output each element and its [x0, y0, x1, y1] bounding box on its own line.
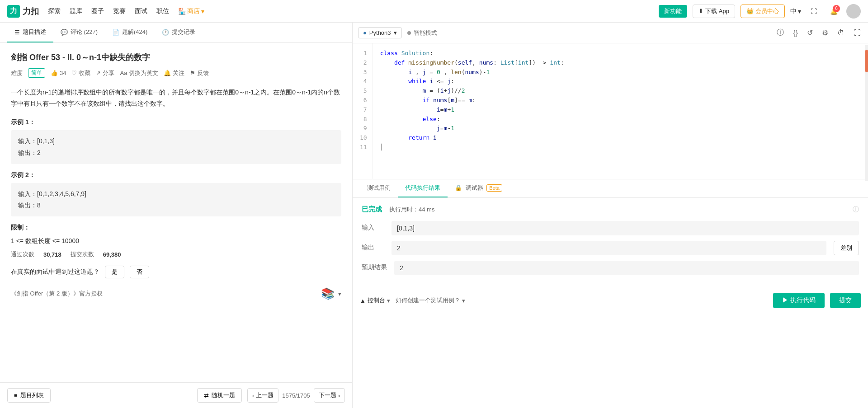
nav-contest[interactable]: 竞赛: [113, 5, 126, 17]
output-value: 2: [392, 241, 826, 255]
editor-tools: ⓘ {} ↺ ⚙ ⏱ ⛶: [775, 26, 863, 39]
share-action[interactable]: ↗ 分享: [96, 69, 114, 77]
yes-button[interactable]: 是: [105, 266, 124, 278]
no-button[interactable]: 否: [130, 266, 149, 278]
limit-title: 限制：: [11, 224, 341, 232]
tab-submissions[interactable]: 🕐 提交记录: [155, 23, 203, 42]
code-editor[interactable]: 1 2 3 4 5 6 7 8 9 10 11 class Solution: …: [353, 43, 868, 179]
python-icon: ●: [363, 29, 367, 36]
code-text[interactable]: class Solution: def missingNumber(self, …: [373, 43, 868, 179]
nav-circle[interactable]: 圈子: [91, 5, 104, 17]
problem-description: 一个长度为n-1的递增排序数组中的所有数字都是唯一的，并且每个数字都在范围0～n…: [11, 87, 341, 109]
random-icon: ⇄: [204, 392, 209, 399]
expected-label: 预期结果: [362, 261, 387, 272]
switch-lang-action[interactable]: Aa 切换为英文: [120, 69, 158, 77]
diff-button[interactable]: 差别: [834, 241, 859, 255]
right-panel: ● Python3 ▾ 智能模式 ⓘ {} ↺ ⚙ ⏱ ⛶ 1 2: [353, 23, 868, 408]
result-area: 已完成 执行用时：44 ms ⓘ 输入 [0,1,3] 输出 2 差别 预期结果…: [353, 198, 868, 288]
notification-button[interactable]: 🔔 6: [826, 4, 841, 19]
input-label: 输入: [362, 221, 384, 232]
next-problem-button[interactable]: 下一题 ›: [314, 388, 345, 403]
prev-problem-button[interactable]: ‹ 上一题: [247, 388, 278, 403]
input-row: 输入 [0,1,3]: [362, 221, 859, 235]
download-app-button[interactable]: ⬇ 下载 App: [693, 5, 735, 18]
how-to-button[interactable]: 如何创建一个测试用例？ ▾: [396, 296, 465, 305]
console-button[interactable]: ▲ 控制台 ▾: [360, 296, 390, 305]
lang-chevron-icon: ▾: [798, 8, 801, 15]
random-problem-button[interactable]: ⇄ 随机一题: [197, 388, 242, 403]
undo-button[interactable]: ↺: [805, 27, 815, 39]
collect-action[interactable]: ♡ 收藏: [71, 69, 90, 77]
expand-icon[interactable]: ▾: [338, 291, 341, 297]
fullscreen-icon: ⛶: [811, 8, 817, 15]
console-chevron-icon: ▾: [387, 297, 390, 304]
beta-badge: Beta: [486, 184, 502, 192]
output-row: 输出 2 差别: [362, 241, 859, 255]
line-numbers: 1 2 3 4 5 6 7 8 9 10 11: [353, 43, 373, 179]
submit-button[interactable]: 提交: [830, 293, 861, 308]
user-avatar[interactable]: [846, 4, 861, 19]
tab-solutions[interactable]: 📄 题解(424): [105, 23, 155, 42]
console-icon: ▲: [360, 297, 366, 304]
limit-text: 1 <= 数组长度 <= 10000: [11, 235, 341, 247]
result-info-icon[interactable]: ⓘ: [853, 206, 859, 214]
language-selector[interactable]: ● Python3 ▾: [358, 27, 402, 38]
tab-description[interactable]: ☰ 题目描述: [7, 23, 53, 42]
interview-question: 在真实的面试中遇到过这道题？: [11, 268, 99, 276]
logo-icon: 力: [7, 5, 20, 18]
logo-text: 力扣: [23, 6, 39, 17]
ai-dot-icon: [407, 31, 411, 35]
editor-scrollbar[interactable]: [865, 45, 868, 181]
vip-center-button[interactable]: 👑 会员中心: [741, 5, 785, 18]
language-selector[interactable]: 中 ▾: [790, 7, 801, 15]
settings-button[interactable]: ⚙: [820, 27, 830, 39]
follow-action[interactable]: 🔔 关注: [164, 69, 184, 77]
new-feature-button[interactable]: 新功能: [659, 5, 687, 18]
difficulty-badge: 简单: [28, 68, 45, 78]
tab-test-case[interactable]: 测试用例: [360, 179, 398, 197]
editor-scroll-thumb: [865, 50, 868, 72]
lang-chevron-icon: ▾: [394, 29, 397, 36]
nav-interview[interactable]: 面试: [135, 5, 147, 17]
timer-button[interactable]: ⏱: [835, 27, 846, 39]
fullscreen-button[interactable]: ⛶: [807, 4, 821, 19]
info-button[interactable]: ⓘ: [775, 26, 786, 39]
heart-icon: ♡: [71, 70, 77, 76]
main-layout: ☰ 题目描述 💬 评论 (227) 📄 题解(424) 🕐 提交记录 剑指 Of…: [0, 23, 868, 408]
format-button[interactable]: {}: [791, 27, 800, 39]
fullscreen-editor-button[interactable]: ⛶: [852, 27, 863, 39]
feedback-action[interactable]: ⚑ 反馈: [190, 69, 209, 77]
input-value: [0,1,3]: [392, 221, 859, 235]
result-panel: 测试用例 代码执行结果 🔒 调试器 Beta 已完成 执行用时：44 ms ⓘ …: [353, 179, 868, 313]
chevron-right-icon: ›: [338, 392, 340, 399]
logo[interactable]: 力 力扣: [7, 5, 39, 18]
example1-input: 输入：[0,1,3]: [18, 136, 334, 147]
bell-small-icon: 🔔: [164, 70, 171, 76]
example2-input: 输入：[0,1,2,3,4,5,6,7,9]: [18, 188, 334, 200]
run-code-button[interactable]: ▶ 执行代码: [773, 293, 825, 308]
like-action[interactable]: 👍 34: [51, 70, 66, 76]
list-icon: ≡: [14, 392, 18, 399]
description-icon: ☰: [14, 29, 20, 36]
nav-job[interactable]: 职位: [156, 5, 169, 17]
nav-problems[interactable]: 题库: [70, 5, 82, 17]
stats-row: 通过次数 30,718 提交次数 69,380: [11, 250, 341, 258]
nav-store[interactable]: 🏪 商店 ▾: [178, 7, 204, 15]
comment-icon: 💬: [61, 29, 68, 36]
difficulty-label: 难度: [11, 69, 23, 77]
nav-explore[interactable]: 探索: [48, 5, 61, 17]
expected-row: 预期结果 2: [362, 261, 859, 275]
tab-comments[interactable]: 💬 评论 (227): [53, 23, 105, 42]
result-header: 已完成 执行用时：44 ms ⓘ: [362, 205, 859, 214]
tab-debugger[interactable]: 🔒 调试器 Beta: [448, 179, 509, 197]
publisher-row: 《剑指 Offer（第 2 版）》官方授权 📚 ▾: [11, 287, 341, 300]
result-tab-bar: 测试用例 代码执行结果 🔒 调试器 Beta: [353, 179, 868, 198]
page-info: 1575/1705: [282, 392, 310, 399]
problem-list-button[interactable]: ≡ 题目列表: [7, 388, 51, 403]
tab-exec-result[interactable]: 代码执行结果: [398, 179, 448, 197]
example1-output: 输出：2: [18, 147, 334, 159]
problem-title: 剑指 Offer 53 - II. 0～n-1中缺失的数字: [11, 52, 341, 63]
interview-row: 在真实的面试中遇到过这道题？ 是 否: [11, 266, 341, 278]
lock-icon: 🔒: [455, 184, 462, 191]
example2-title: 示例 2：: [11, 171, 341, 179]
